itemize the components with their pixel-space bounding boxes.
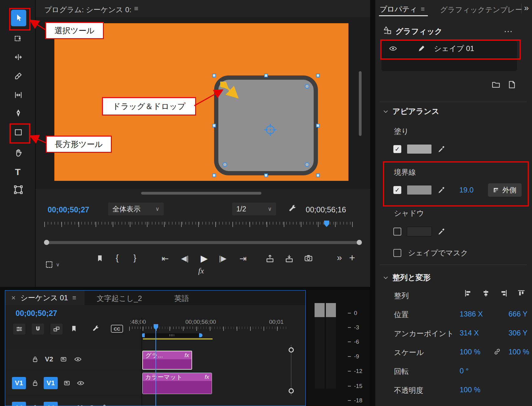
eyedropper-icon[interactable] [437,145,446,153]
transport-overflow-button[interactable]: » [337,252,342,263]
shape-handle-tl[interactable] [212,74,216,77]
seek-knob-right[interactable] [357,240,362,245]
scale-x-value[interactable]: 100 % [460,348,480,356]
shape-01[interactable] [214,75,318,175]
stroke-enabled-checkbox[interactable]: ✓ [393,186,401,194]
timeline-ruler[interactable] [129,327,287,331]
scrollbar-knob-bottom[interactable] [289,388,294,393]
play-button[interactable]: ▶ [201,253,208,264]
panel-menu-icon[interactable]: ≡ [72,294,76,302]
panel-menu-icon[interactable]: ≡ [421,5,425,13]
timeline-settings-button[interactable] [13,324,25,335]
new-bin-button[interactable] [491,80,501,89]
step-back-button[interactable]: ◀| [181,254,189,263]
work-area-right-handle[interactable] [199,333,202,337]
eye-icon[interactable] [74,355,82,363]
add-marker-button[interactable] [96,254,104,263]
shape-handle-tm[interactable] [264,74,268,77]
canvas-h-scrollbar[interactable] [141,192,261,195]
shape-handle-ml[interactable] [212,124,216,127]
eyedropper-icon[interactable] [437,186,446,194]
step-forward-button[interactable]: |▶ [219,254,227,263]
corner-radius-handle-br[interactable] [305,162,309,167]
eye-icon[interactable] [389,44,397,53]
corner-radius-handle-bl[interactable] [223,162,227,167]
sync-lock-icon[interactable] [60,356,67,363]
track-select-tool-button[interactable] [14,34,23,43]
position-x-value[interactable]: 1386 X [460,310,483,318]
extract-button[interactable] [285,254,294,263]
sync-lock-icon[interactable] [63,379,71,387]
selection-tool-button[interactable] [11,10,26,26]
graphic-more-button[interactable]: … [504,24,513,34]
track-v1-badge[interactable]: V1 [44,377,58,389]
appearance-section-header[interactable]: アピアランス [383,106,439,116]
stroke-color-swatch[interactable] [407,185,432,195]
opacity-value[interactable]: 100 % [460,386,480,394]
transform-tool-button[interactable] [13,185,24,195]
shadow-enabled-checkbox[interactable]: ✓ [393,228,401,236]
timeline-wrench-button[interactable] [92,325,100,333]
fit-zoom-dropdown[interactable]: 全体表示 ∨ [108,203,164,215]
track-a1-badge[interactable]: A1 [44,402,58,406]
solo-button[interactable]: S [89,404,94,406]
lift-button[interactable] [265,254,275,263]
canvas-v-scrollbar[interactable] [359,71,362,136]
source-v1-badge[interactable]: V1 [12,377,26,389]
shape-handle-bl[interactable] [212,174,216,177]
fill-enabled-checkbox[interactable]: ✓ [393,145,401,153]
mask-with-shape-checkbox[interactable]: ✓ [393,249,401,257]
go-to-out-button[interactable]: ⇥ [239,254,246,264]
timeline-add-marker-button[interactable] [70,325,78,333]
transform-section-header[interactable]: 整列と変形 [383,272,431,283]
eyedropper-icon[interactable] [437,227,446,236]
sync-lock-icon[interactable] [63,404,71,406]
monitor-settings-button[interactable] [288,204,297,213]
program-seek-track[interactable] [46,241,359,244]
tab-transcript[interactable]: 文字起こし_2 [97,294,142,303]
snap-toggle-button[interactable] [32,324,44,335]
shape-handle-br[interactable] [316,174,320,177]
clip-graphic[interactable]: グラ... fx [142,351,192,370]
stroke-width-value[interactable]: 19.0 [459,186,474,194]
tab-graphic-templates[interactable]: グラフィックテンプレー [440,5,523,15]
type-tool-button[interactable]: T [15,167,20,177]
tab-properties[interactable]: プロパティ ≡ [380,4,425,14]
microphone-icon[interactable] [101,404,108,406]
corner-radius-handle-tr[interactable] [305,84,309,89]
lock-icon[interactable] [31,356,39,363]
align-top-icon[interactable] [517,289,526,298]
stroke-position-dropdown[interactable]: 外側 [488,183,522,197]
slip-tool-button[interactable] [14,90,23,100]
panel-overflow-button[interactable]: » [524,3,529,13]
playback-resolution-dropdown[interactable]: 1/2 ∨ [232,203,276,215]
track-v2-label[interactable]: V2 [45,355,53,363]
view-layout-button[interactable]: ∨ [45,260,60,269]
lock-icon[interactable] [31,379,39,387]
mute-button[interactable]: M [77,404,83,406]
tab-english[interactable]: 英語 [174,294,189,303]
pen-tool-button[interactable] [14,108,23,118]
lock-icon[interactable] [31,404,39,406]
source-a1-badge[interactable]: A1 [12,402,26,406]
linked-selection-button[interactable] [50,324,63,335]
timeline-timecode[interactable]: 00;00;50;27 [16,309,57,318]
clip-color-matte[interactable]: カラーマット fx [142,373,212,394]
link-scale-icon[interactable] [493,348,501,356]
shadow-color-swatch[interactable] [407,227,432,236]
panel-menu-icon[interactable]: ≡ [134,4,138,13]
layer-row-shape-01[interactable]: シェイプ 01 [381,41,517,57]
captions-button[interactable]: CC [111,325,123,333]
mark-out-button[interactable]: } [133,253,136,263]
button-editor-button[interactable]: + [349,252,355,264]
rectangle-tool-button[interactable] [14,128,23,137]
align-center-horizontal-icon[interactable] [482,289,490,298]
ripple-edit-tool-button[interactable] [14,53,23,62]
eye-icon[interactable] [77,379,85,387]
program-current-timecode[interactable]: 00;00;50;27 [48,205,89,214]
global-fx-mute-button[interactable]: fx [198,266,204,276]
align-right-icon[interactable] [499,289,508,298]
work-area-bar[interactable] [141,333,202,337]
program-canvas[interactable] [54,23,348,181]
seek-knob-left[interactable] [44,240,49,245]
